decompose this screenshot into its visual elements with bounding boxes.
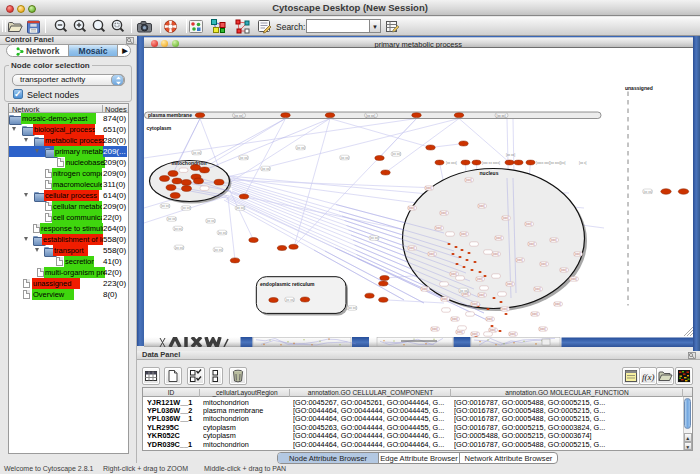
svg-text:[xxx]: [xxx] xyxy=(560,268,566,272)
svg-text:[xx xx]: [xx xx] xyxy=(175,245,184,249)
svg-text:[xxx]: [xxx] xyxy=(431,327,437,331)
svg-text:[xx xx]: [xx xx] xyxy=(366,113,375,117)
svg-text:cytoplasm: cytoplasm xyxy=(146,124,171,130)
svg-text:[xxx]: [xxx] xyxy=(554,302,560,306)
svg-text:[xxxx xxx][xx xxx][xx]: [xxxx xxx][xx xxx][xx] xyxy=(536,161,566,165)
svg-text:[xx xx]: [xx xx] xyxy=(192,150,201,154)
svg-text:[xxx]: [xxx] xyxy=(425,186,431,190)
svg-text:[xxx]: [xxx] xyxy=(486,317,492,321)
svg-text:[xxx]: [xxx] xyxy=(525,222,531,226)
svg-text:[xx xx]: [xx xx] xyxy=(261,166,270,170)
svg-text:[xx xx]: [xx xx] xyxy=(285,297,294,301)
svg-text:[xx xx]: [xx xx] xyxy=(370,236,379,240)
svg-text:[xxx]: [xxx] xyxy=(492,252,498,256)
svg-text:[xx xx]: [xx xx] xyxy=(392,152,401,156)
svg-text:[xx xx]: [xx xx] xyxy=(459,288,468,292)
svg-text:[xxx]: [xxx] xyxy=(476,277,482,281)
svg-text:[xx xx]: [xx xx] xyxy=(348,306,357,310)
svg-text:[xx xxx]: [xx xxx] xyxy=(446,161,457,165)
svg-text:[xx xx]: [xx xx] xyxy=(234,113,243,117)
svg-text:f(x): f(x) xyxy=(642,372,655,382)
svg-text:[xxx]: [xxx] xyxy=(471,302,477,306)
svg-text:[xxx]: [xxx] xyxy=(528,242,534,246)
svg-text:[xx xx]: [xx xx] xyxy=(173,226,182,230)
svg-text:[xxx]: [xxx] xyxy=(574,252,580,256)
svg-text:[xxx]: [xxx] xyxy=(435,226,441,230)
svg-text:[xx xx]: [xx xx] xyxy=(236,206,245,210)
svg-text:unassigned: unassigned xyxy=(625,84,653,90)
svg-text:[xx xx]: [xx xx] xyxy=(167,217,176,221)
svg-text:[xxx]: [xxx] xyxy=(540,262,546,266)
svg-text:[xxx]: [xxx] xyxy=(440,211,446,215)
svg-text:[xx xx]: [xx xx] xyxy=(296,145,305,149)
svg-text:[xxx]: [xxx] xyxy=(478,293,484,297)
svg-text:[xx xx]: [xx xx] xyxy=(239,155,248,159)
svg-text:[xxx]: [xxx] xyxy=(534,287,540,291)
svg-text:[xxx]: [xxx] xyxy=(408,246,414,250)
svg-text:[xx xx]: [xx xx] xyxy=(643,189,652,193)
svg-text:[xxx]: [xxx] xyxy=(456,330,462,334)
svg-text:[xx xx]: [xx xx] xyxy=(182,206,191,210)
svg-text:endoplasmic reticulum: endoplasmic reticulum xyxy=(260,280,315,286)
svg-text:[xxx]: [xxx] xyxy=(516,258,522,262)
svg-text:[xxx]: [xxx] xyxy=(531,312,537,316)
svg-text:[xxx]: [xxx] xyxy=(509,332,515,336)
svg-text:[xxx]: [xxx] xyxy=(495,236,501,240)
svg-text:[xx xx]: [xx xx] xyxy=(161,204,170,208)
svg-text:[xxx]: [xxx] xyxy=(450,272,456,276)
svg-text:[xxx]: [xxx] xyxy=(408,206,414,210)
svg-text:[xxx]: [xxx] xyxy=(428,252,434,256)
svg-text:[xx xx]: [xx xx] xyxy=(214,247,223,251)
svg-text:[xxx]: [xxx] xyxy=(441,297,447,301)
svg-text:[xxx]: [xxx] xyxy=(501,307,507,311)
svg-text:[xxx]: [xxx] xyxy=(421,287,427,291)
svg-text:plasma membrane: plasma membrane xyxy=(148,112,192,118)
svg-text:[xxx]: [xxx] xyxy=(502,216,508,220)
svg-text:[xxx]: [xxx] xyxy=(451,317,457,321)
svg-text:[xxx]: [xxx] xyxy=(570,277,576,281)
svg-text:[xx xx]: [xx xx] xyxy=(206,219,215,223)
svg-text:[xxx]: [xxx] xyxy=(478,204,484,208)
svg-text:[xxx xx xxxx]: [xxx xx xxxx] xyxy=(482,161,500,165)
svg-text:[xx xx]: [xx xx] xyxy=(496,113,505,117)
svg-text:[xxx]: [xxx] xyxy=(471,332,477,336)
svg-text:[xx xx]: [xx xx] xyxy=(340,155,349,159)
svg-text:[xxx]: [xxx] xyxy=(465,178,471,182)
svg-text:[xxx]: [xxx] xyxy=(506,282,512,286)
svg-text:[xx xx]: [xx xx] xyxy=(218,230,227,234)
svg-text:[xx x]: [xx x] xyxy=(579,161,587,165)
svg-text:nucleus: nucleus xyxy=(479,169,498,175)
svg-text:[xx xx]: [xx xx] xyxy=(506,153,515,157)
svg-text:[xxx]: [xxx] xyxy=(550,238,556,242)
svg-text:[xxx]: [xxx] xyxy=(460,232,466,236)
svg-text:[xxx]: [xxx] xyxy=(539,327,545,331)
